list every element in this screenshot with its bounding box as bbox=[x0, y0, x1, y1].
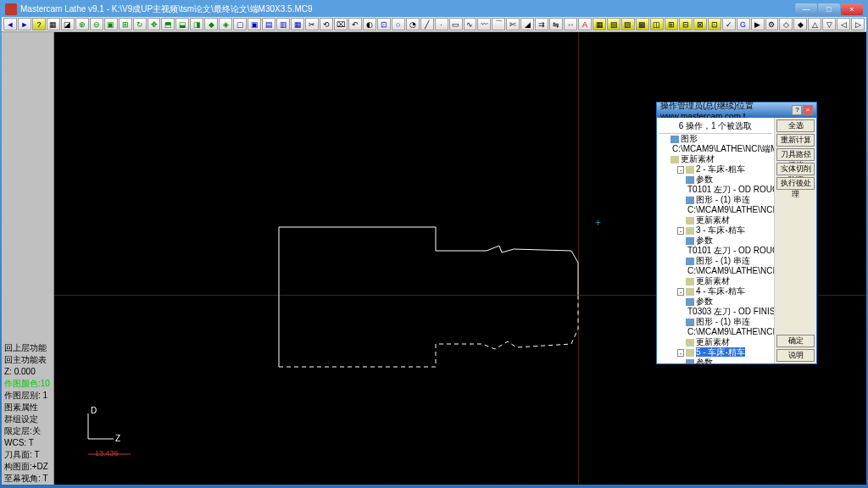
help-icon[interactable]: ? bbox=[32, 18, 46, 30]
nav-prev-icon[interactable]: ◄ bbox=[3, 18, 17, 30]
cube-f-icon[interactable]: ▤ bbox=[262, 18, 275, 30]
backplot-icon[interactable]: ▶ bbox=[751, 18, 765, 30]
select-all-button[interactable]: 全选 bbox=[776, 119, 815, 132]
trim-icon[interactable]: ✄ bbox=[506, 18, 520, 30]
sidebar-item[interactable]: 构图面:+DZ bbox=[2, 461, 53, 473]
fit-icon[interactable]: ⊞ bbox=[119, 18, 132, 30]
xform-icon[interactable]: ⟲ bbox=[320, 18, 333, 30]
sidebar-item[interactable]: 图素属性 bbox=[2, 402, 53, 413]
title-bar[interactable]: Mastercam Lathe v9.1 - K:\V9成UP主视频\tsm论文… bbox=[2, 2, 866, 17]
tree-row[interactable]: -2 - 车床-粗车 bbox=[659, 164, 772, 175]
zoom-in-icon[interactable]: ⊕ bbox=[75, 18, 89, 30]
tree-row[interactable]: 更新素材 bbox=[659, 215, 772, 225]
ok-button[interactable]: 确定 bbox=[776, 335, 815, 347]
sidebar-item[interactable]: 至幕视角: T bbox=[2, 473, 53, 485]
mirror-icon[interactable]: ⇋ bbox=[549, 18, 563, 30]
tree-row[interactable]: -5 - 车床-精车 bbox=[659, 347, 772, 358]
regen-button[interactable]: 重新计算 bbox=[776, 134, 815, 147]
file-icon[interactable]: ▦ bbox=[47, 18, 60, 30]
zoom-out-icon[interactable]: ⊖ bbox=[90, 18, 103, 30]
op9-icon[interactable]: ⊡ bbox=[708, 18, 721, 30]
point-icon[interactable]: · bbox=[435, 18, 448, 30]
misc3-icon[interactable]: △ bbox=[808, 18, 821, 30]
tree-row[interactable]: 参数 bbox=[659, 236, 772, 246]
line-icon[interactable]: ╱ bbox=[420, 18, 434, 30]
delete-icon[interactable]: ✂ bbox=[305, 18, 319, 30]
cube-i-icon[interactable]: ▦ bbox=[291, 18, 304, 30]
sidebar-item[interactable]: 作图颜色:10 bbox=[2, 378, 53, 390]
sidebar-item[interactable]: 刀具面: T bbox=[2, 449, 53, 461]
op6-icon[interactable]: ⊞ bbox=[665, 18, 678, 30]
offset-icon[interactable]: ⇉ bbox=[535, 18, 548, 30]
sidebar-item[interactable]: 回上层功能 bbox=[2, 342, 53, 354]
tree-row[interactable]: C:\MCAM9\LATHE\NCI\端M30X3.5 bbox=[659, 144, 772, 154]
cplane-icon[interactable]: ◈ bbox=[219, 18, 232, 30]
spline-icon[interactable]: 〰 bbox=[477, 18, 491, 30]
tree-row[interactable]: 参数 bbox=[659, 297, 772, 307]
backplot-button[interactable]: 刀具路径模拟 bbox=[776, 148, 815, 161]
arc-icon[interactable]: ◔ bbox=[406, 18, 420, 30]
misc4-icon[interactable]: ▽ bbox=[822, 18, 836, 30]
rect-icon[interactable]: ▭ bbox=[449, 18, 463, 30]
sidebar-item[interactable]: 限定层:关 bbox=[2, 425, 53, 437]
op3-icon[interactable]: ▨ bbox=[621, 18, 635, 30]
note-icon[interactable]: A bbox=[578, 18, 592, 30]
op4-icon[interactable]: ▩ bbox=[636, 18, 649, 30]
minimize-button[interactable]: — bbox=[795, 3, 817, 15]
tree-row[interactable]: T0101 左刀 - OD ROUGH RIGHT bbox=[659, 185, 772, 195]
gview-front-icon[interactable]: ⬓ bbox=[175, 18, 189, 30]
operations-tree[interactable]: 6 操作，1 个被选取 图形C:\MCAM9\LATHE\NCI\端M30X3.… bbox=[657, 118, 774, 363]
post-button[interactable]: 执行後处理 bbox=[776, 177, 815, 190]
tree-row[interactable]: 图形 - (1) 串连 bbox=[659, 317, 772, 327]
gview-iso-icon[interactable]: ◆ bbox=[204, 18, 218, 30]
tree-row[interactable]: C:\MCAM9\LATHE\NCI\端M30X3.5 bbox=[659, 205, 772, 215]
verify-icon[interactable]: ✓ bbox=[722, 18, 736, 30]
gview-side-icon[interactable]: ◨ bbox=[190, 18, 203, 30]
tree-row[interactable]: 图形 - (1) 串连 bbox=[659, 195, 772, 205]
verify-button[interactable]: 实体切削验证 bbox=[776, 163, 815, 175]
sidebar-item[interactable]: WCS: T bbox=[2, 437, 53, 449]
tree-row[interactable]: C:\MCAM9\LATHE\NCI\端M30X3.5 bbox=[659, 327, 772, 337]
pan-icon[interactable]: ✥ bbox=[147, 18, 161, 30]
tree-row[interactable]: T0101 左刀 - OD ROUGH RIGHT bbox=[659, 246, 772, 256]
misc2-icon[interactable]: ◆ bbox=[793, 18, 807, 30]
clear-icon[interactable]: ⌧ bbox=[334, 18, 348, 30]
misc6-icon[interactable]: ▷ bbox=[851, 18, 865, 30]
gview-top-icon[interactable]: ⬒ bbox=[161, 18, 175, 30]
op2-icon[interactable]: ▧ bbox=[607, 18, 620, 30]
tree-row[interactable]: 更新素材 bbox=[659, 337, 772, 347]
setup-icon[interactable]: ⚙ bbox=[765, 18, 779, 30]
tree-row[interactable]: 更新素材 bbox=[659, 154, 772, 164]
tree-row[interactable]: 参数 bbox=[659, 358, 772, 363]
op8-icon[interactable]: ⊠ bbox=[693, 18, 707, 30]
curve-icon[interactable]: ∿ bbox=[464, 18, 477, 30]
sidebar-item[interactable]: 回主功能表 bbox=[2, 354, 53, 366]
circle-icon[interactable]: ○ bbox=[392, 18, 405, 30]
close-button[interactable]: × bbox=[841, 3, 863, 15]
tree-row[interactable]: -4 - 车床-精车 bbox=[659, 286, 772, 297]
toolpath-icon[interactable]: ⊡ bbox=[377, 18, 391, 30]
fillet-icon[interactable]: ⌒ bbox=[492, 18, 505, 30]
misc1-icon[interactable]: ◇ bbox=[779, 18, 793, 30]
opsmgr-help-button[interactable]: ? bbox=[792, 105, 802, 115]
tree-row[interactable]: T0303 左刀 - OD FINISH RIGHT bbox=[659, 307, 772, 317]
opsmgr-close-button[interactable]: × bbox=[803, 105, 813, 115]
cube-icon[interactable]: ▢ bbox=[233, 18, 247, 30]
op5-icon[interactable]: ◫ bbox=[650, 18, 664, 30]
op1-icon[interactable]: ▦ bbox=[593, 18, 606, 30]
cube-s-icon[interactable]: ▥ bbox=[276, 18, 290, 30]
operations-manager-panel[interactable]: 操作管理员(总(继续)位置 www.mastercam.com.t... ? ×… bbox=[656, 102, 817, 364]
sidebar-item[interactable]: 群组设定 bbox=[2, 413, 53, 425]
maximize-button[interactable]: □ bbox=[818, 3, 840, 15]
shade-icon[interactable]: ◐ bbox=[363, 18, 376, 30]
undo-icon[interactable]: ↶ bbox=[348, 18, 362, 30]
misc5-icon[interactable]: ◁ bbox=[837, 18, 850, 30]
chamfer-icon[interactable]: ◢ bbox=[520, 18, 534, 30]
op7-icon[interactable]: ⊟ bbox=[679, 18, 693, 30]
tree-row[interactable]: -3 - 车床-精车 bbox=[659, 225, 772, 236]
cube-t-icon[interactable]: ▣ bbox=[248, 18, 261, 30]
zoom-window-icon[interactable]: ▣ bbox=[104, 18, 118, 30]
dim-icon[interactable]: ↔ bbox=[564, 18, 577, 30]
tree-row[interactable]: 图形 bbox=[659, 134, 772, 144]
sidebar-item[interactable]: 作图层别: 1 bbox=[2, 390, 53, 402]
